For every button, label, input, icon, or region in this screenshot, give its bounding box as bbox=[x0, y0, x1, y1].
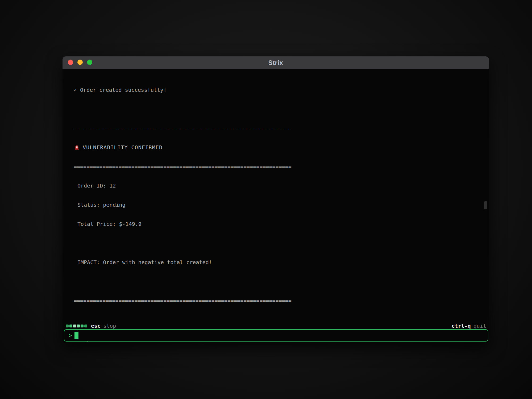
quit-key-hint: ctrl-q bbox=[452, 323, 471, 329]
vulnerability-confirmed-heading: VULNERABILITY CONFIRMED bbox=[74, 144, 489, 151]
desktop-background: Strix ✓ Order created successfully! ====… bbox=[0, 0, 532, 399]
command-input[interactable]: > bbox=[64, 329, 488, 342]
siren-icon bbox=[74, 144, 80, 151]
window-titlebar[interactable]: Strix bbox=[63, 56, 489, 69]
activity-spinner bbox=[66, 325, 87, 327]
window-title: Strix bbox=[268, 59, 283, 66]
esc-key-hint: esc bbox=[91, 323, 101, 329]
terminal-window: Strix ✓ Order created successfully! ====… bbox=[63, 56, 489, 343]
zoom-button[interactable] bbox=[87, 60, 92, 65]
traffic-lights bbox=[68, 60, 92, 65]
separator-line: ========================================… bbox=[74, 297, 489, 304]
close-button[interactable] bbox=[68, 60, 73, 65]
minimize-button[interactable] bbox=[77, 60, 83, 65]
prompt-symbol: > bbox=[69, 332, 72, 339]
alert-heading-text: VULNERABILITY CONFIRMED bbox=[83, 144, 163, 151]
status-left: esc stop bbox=[66, 323, 116, 329]
quit-action-label: quit bbox=[473, 323, 486, 329]
status-right: ctrl-q quit bbox=[452, 323, 486, 329]
order-success-line: ✓ Order created successfully! bbox=[74, 87, 489, 93]
order-status-line: Status: pending bbox=[74, 202, 489, 208]
terminal-content: ✓ Order created successfully! ==========… bbox=[63, 69, 489, 343]
order-id-line: Order ID: 12 bbox=[74, 182, 489, 189]
text-cursor bbox=[74, 332, 78, 339]
separator-line: ========================================… bbox=[74, 163, 489, 170]
separator-line: ========================================… bbox=[74, 125, 489, 131]
total-price-line: Total Price: $-149.9 bbox=[74, 221, 489, 227]
esc-action-label: stop bbox=[103, 323, 116, 329]
status-bar: esc stop ctrl-q quit bbox=[66, 322, 486, 329]
scrollbar-thumb[interactable] bbox=[484, 201, 487, 209]
impact-line: IMPACT: Order with negative total create… bbox=[74, 259, 489, 265]
terminal-output: ✓ Order created successfully! ==========… bbox=[63, 74, 489, 343]
